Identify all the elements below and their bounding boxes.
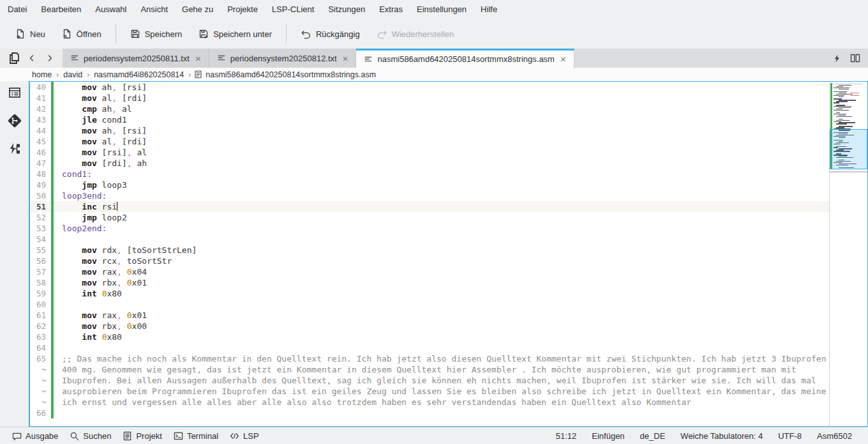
code-line-wrapped[interactable]: ↪Ibuprofen. Bei allen Aussagen außerhalb… <box>30 375 829 386</box>
menu-projekte[interactable]: Projekte <box>220 0 265 19</box>
minimap-line <box>834 110 849 111</box>
code-line-53[interactable]: 53loop2end: <box>30 223 829 234</box>
statusbar-tab-settings[interactable]: Weiche Tabulatoren: 4 <box>673 431 770 441</box>
code-line-47[interactable]: 47 mov [rdi], ah <box>30 158 829 169</box>
minimap-viewport[interactable] <box>830 129 867 169</box>
wiederherstellen-button: Wiederherstellen <box>370 25 461 43</box>
code-line-wrapped[interactable]: ↪ausprobieren beim Programmieren Ibuprof… <box>30 386 829 397</box>
code-line-61[interactable]: 61 mov rax, 0x01 <box>30 310 829 321</box>
code-line-43[interactable]: 43 jle cond1 <box>30 114 829 125</box>
code-line-wrapped[interactable]: ↪400 mg. Genommen wie gesagt, das ist je… <box>30 364 829 375</box>
history-forward-button[interactable] <box>42 50 57 66</box>
code-line-63[interactable]: 63 int 0x80 <box>30 332 829 342</box>
sidebar-tool-document-list-icon[interactable] <box>8 86 22 100</box>
menu-datei[interactable]: Datei <box>1 0 34 19</box>
line-number: 56 <box>30 256 49 266</box>
tab-periodensystem20250811-txt[interactable]: periodensystem20250811.txt× <box>63 49 209 68</box>
code-line-51[interactable]: 51 inc rsi <box>30 201 829 212</box>
sidebar-tool-git-icon[interactable] <box>8 114 22 128</box>
button-label: Rückgängig <box>316 29 360 39</box>
tab-periodensystem20250812-txt[interactable]: periodensystem20250812.txt× <box>209 49 357 68</box>
line-number: 63 <box>30 332 49 342</box>
code-line-52[interactable]: 52 jmp loop2 <box>30 212 829 223</box>
code-line-45[interactable]: 45 mov al, [rdi] <box>30 136 829 147</box>
menu-hilfe[interactable]: Hilfe <box>474 0 504 19</box>
ffnen-button[interactable]: Öffnen <box>56 25 108 43</box>
menu-ansicht[interactable]: Ansicht <box>133 0 175 19</box>
minimap-line <box>834 102 839 103</box>
tab-nasmi586amd6420250814sortmmx8strings-asm[interactable]: nasmi586amd6420250814sortmmx8strings.asm… <box>356 49 574 68</box>
code-line-wrapped[interactable]: ↪ich ernst und vergessen alle alles aber… <box>30 397 829 408</box>
menu-sitzungen[interactable]: Sitzungen <box>321 0 372 19</box>
close-icon[interactable]: × <box>559 54 567 64</box>
code-line-66[interactable]: 66 <box>30 408 829 418</box>
statusbar-suchen-button[interactable]: Suchen <box>64 427 117 444</box>
code-line-40[interactable]: 40 mov ah, [rsi] <box>30 82 829 93</box>
sidebar-tool-symbols-tree-icon[interactable] <box>8 142 22 156</box>
line-number: 66 <box>30 408 49 418</box>
history-back-button[interactable] <box>24 50 40 66</box>
close-icon[interactable]: × <box>194 54 202 63</box>
speichern-button[interactable]: Speichern <box>124 25 189 43</box>
code-line-41[interactable]: 41 mov al, [rdi] <box>30 93 829 103</box>
menu-einstellungen[interactable]: Einstellungen <box>410 0 474 19</box>
code-line-57[interactable]: 57 mov rax, 0x04 <box>30 266 829 277</box>
minimap-line <box>836 123 847 124</box>
documents-icon[interactable] <box>8 51 22 65</box>
line-number: 40 <box>30 82 49 93</box>
menu-lsp-client[interactable]: LSP-CLient <box>265 0 321 19</box>
toolbar-separator <box>286 24 287 43</box>
code-line-44[interactable]: 44 mov ah, [rsi] <box>30 125 829 136</box>
git-icon <box>8 114 22 128</box>
breadcrumb-segment[interactable]: david <box>62 70 84 79</box>
split-view-icon[interactable] <box>850 53 860 63</box>
code-line-54[interactable]: 54 <box>30 234 829 245</box>
menu-bearbeiten[interactable]: Bearbeiten <box>34 0 88 19</box>
code-editor[interactable]: 40 mov ah, [rsi]41 mov al, [rdi]42 cmp a… <box>30 82 829 426</box>
speichern-unter-button[interactable]: Speichern unter <box>192 25 278 43</box>
code-text: jmp loop3 <box>54 180 127 190</box>
breadcrumb-file[interactable]: nasmi586amd6420250814sortmmx8strings.asm <box>194 70 376 79</box>
tab-document-icon <box>70 54 79 63</box>
quick-open-icon[interactable] <box>833 54 841 63</box>
line-number: 46 <box>30 147 49 158</box>
text-cursor <box>117 202 117 211</box>
statusbar-terminal-button[interactable]: Terminal <box>168 427 224 444</box>
close-icon[interactable]: × <box>341 54 350 63</box>
code-line-60[interactable]: 60 <box>30 299 829 310</box>
minimap-scrollbar[interactable] <box>829 82 867 426</box>
code-line-58[interactable]: 58 mov rbx, 0x01 <box>30 277 829 288</box>
code-line-59[interactable]: 59 int 0x80 <box>30 288 829 299</box>
code-line-55[interactable]: 55 mov rdx, [toSortStrLen] <box>30 245 829 256</box>
code-line-48[interactable]: 48cond1: <box>30 169 829 180</box>
neu-button[interactable]: Neu <box>9 25 52 43</box>
statusbar-cursor-position[interactable]: 51:12 <box>548 431 585 441</box>
r-ckg-ngig-button[interactable]: Rückgängig <box>294 25 366 43</box>
statusbar-input-mode[interactable]: Einfügen <box>584 431 632 441</box>
code-line-56[interactable]: 56 mov rcx, toSortStr <box>30 256 829 266</box>
code-text <box>54 342 62 353</box>
minimap-line <box>836 116 852 117</box>
crumb-file-icon <box>194 70 202 79</box>
code-text: Ibuprofen. Bei allen Aussagen außerhalb … <box>54 375 816 386</box>
code-line-42[interactable]: 42 cmp ah, al <box>30 103 829 114</box>
button-label: LSP <box>243 431 259 441</box>
code-line-50[interactable]: 50loop3end: <box>30 190 829 201</box>
code-line-46[interactable]: 46 mov [rsi], al <box>30 147 829 158</box>
statusbar-projekt-button[interactable]: Projekt <box>117 427 167 444</box>
statusbar-dictionary[interactable]: de_DE <box>632 431 673 441</box>
breadcrumb-segment[interactable]: home <box>31 70 53 79</box>
code-line-65[interactable]: 65;; Das mache ich noch als Kommentar in… <box>30 353 829 364</box>
line-number: 54 <box>30 234 49 245</box>
code-line-64[interactable]: 64 <box>30 342 829 353</box>
statusbar-lsp-button[interactable]: LSP <box>224 427 265 444</box>
breadcrumb-segment[interactable]: nasmamd64i8620250814 <box>93 70 185 79</box>
code-line-62[interactable]: 62 mov rbx, 0x00 <box>30 321 829 332</box>
statusbar-encoding[interactable]: UTF-8 <box>770 431 809 441</box>
statusbar-syntax-mode[interactable]: Asm6502 <box>809 431 860 441</box>
menu-extras[interactable]: Extras <box>372 0 410 19</box>
code-line-49[interactable]: 49 jmp loop3 <box>30 180 829 190</box>
statusbar-ausgabe-button[interactable]: Ausgabe <box>6 427 64 444</box>
menu-gehe-zu[interactable]: Gehe zu <box>175 0 220 19</box>
menu-auswahl[interactable]: Auswahl <box>88 0 133 19</box>
